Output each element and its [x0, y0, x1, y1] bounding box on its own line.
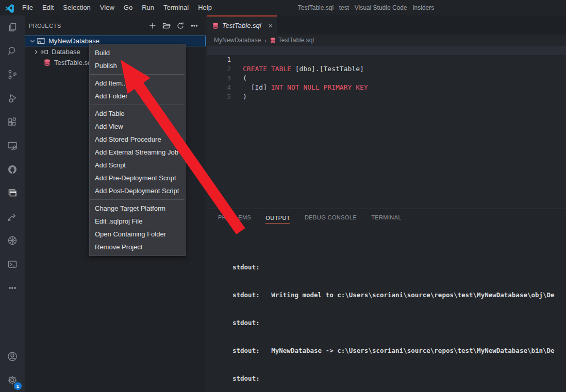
run-debug-icon[interactable] [0, 87, 25, 110]
menu-item-add-post-deployment-script[interactable]: Add Post-Deployment Script [90, 184, 185, 197]
close-icon[interactable]: × [268, 21, 273, 30]
chevron-down-icon[interactable] [28, 38, 37, 45]
code-line: 3 [Id] INT NOT NULL PRIMARY KEY [207, 64, 566, 74]
tab-terminal[interactable]: TERMINAL [371, 214, 402, 224]
tree-item-label: Database [52, 48, 80, 56]
database-file-icon [270, 37, 276, 44]
activity-bar-spacer [0, 300, 25, 345]
code-line: 5 [207, 83, 566, 92]
editor-group: TestTable.sql × MyNewDatabase › TestTabl… [207, 15, 566, 392]
menu-item-remove-project[interactable]: Remove Project [90, 241, 185, 253]
output-line: stdout: [232, 374, 566, 383]
more-views-icon[interactable] [0, 276, 25, 300]
menu-item-publish[interactable]: Publish [90, 59, 185, 72]
vscode-insiders-logo-icon [5, 3, 14, 13]
breadcrumb-file-label: TestTable.sql [278, 37, 314, 44]
window-title: TestTable.sql - test - Visual Studio Cod… [217, 0, 515, 15]
sidebar-actions [148, 22, 198, 30]
title-bar: File Edit Selection View Go Run Terminal… [0, 0, 566, 15]
share-icon[interactable] [0, 205, 25, 229]
breadcrumb: MyNewDatabase › TestTable.sql [207, 35, 566, 46]
project-context-menu: Build Publish Add Item... Add Folder Add… [89, 44, 186, 256]
menu-bar: File Edit Selection View Go Run Terminal… [18, 0, 217, 15]
references-icon [40, 48, 48, 56]
settings-gear-icon[interactable]: 1 [0, 368, 25, 392]
database-file-icon [212, 22, 219, 29]
output-line: stdout: [232, 263, 566, 272]
menu-item-build[interactable]: Build [90, 46, 185, 59]
tab-debug-console[interactable]: DEBUG CONSOLE [305, 214, 357, 224]
kubernetes-icon[interactable] [0, 229, 25, 252]
more-actions-icon[interactable] [190, 22, 198, 30]
menu-item-edit-sqlproj-file[interactable]: Edit .sqlproj File [90, 215, 185, 228]
settings-badge: 1 [14, 382, 22, 390]
sidebar-title: PROJECTS [29, 23, 148, 29]
sidebar-header: PROJECTS [25, 15, 206, 36]
menu-go[interactable]: Go [119, 0, 137, 15]
breadcrumb-file[interactable]: TestTable.sql [270, 37, 314, 44]
output-partial-line: stdout: [232, 242, 566, 244]
line-number: 5 [207, 92, 231, 101]
menu-item-add-item[interactable]: Add Item... [90, 77, 185, 90]
menu-help[interactable]: Help [193, 0, 217, 15]
vscode-window: File Edit Selection View Go Run Terminal… [0, 0, 566, 392]
chevron-right-icon[interactable] [32, 48, 40, 56]
menu-item-add-pre-deployment-script[interactable]: Add Pre-Deployment Script [90, 172, 185, 184]
output-console[interactable]: stdout: stdout: stdout: Writing model to… [207, 224, 566, 392]
tree-item-label: TestTable.sql [54, 59, 93, 66]
bottom-panel: PROBLEMS OUTPUT DEBUG CONSOLE TERMINAL s… [207, 209, 566, 392]
output-line: stdout: MyNewDatabase -> c:\Users\scoria… [232, 346, 566, 355]
menu-item-add-script[interactable]: Add Script [90, 159, 185, 172]
output-line: stdout: Writing model to c:\Users\scoria… [232, 291, 566, 300]
menu-terminal[interactable]: Terminal [159, 0, 193, 15]
github-icon[interactable] [0, 158, 25, 181]
source-control-icon[interactable] [0, 63, 25, 87]
menu-view[interactable]: View [95, 0, 119, 15]
panel-header: PROBLEMS OUTPUT DEBUG CONSOLE TERMINAL [207, 209, 566, 224]
menu-item-change-target-platform[interactable]: Change Target Platform [90, 202, 185, 215]
tab-label: TestTable.sql [222, 22, 266, 29]
code-line: 2 ( [207, 55, 566, 64]
menu-item-add-folder[interactable]: Add Folder [90, 90, 185, 103]
menu-separator [90, 199, 185, 200]
menu-item-open-containing-folder[interactable]: Open Containing Folder [90, 228, 185, 241]
refresh-icon[interactable] [176, 22, 185, 30]
explorer-icon[interactable] [0, 15, 25, 39]
tab-bar: TestTable.sql × [207, 15, 566, 35]
menu-file[interactable]: File [18, 0, 38, 15]
powershell-icon[interactable] [0, 252, 25, 276]
tab-output[interactable]: OUTPUT [265, 215, 290, 224]
menu-edit[interactable]: Edit [38, 0, 58, 15]
extensions-icon[interactable] [0, 110, 25, 134]
menu-item-add-stored-procedure[interactable]: Add Stored Procedure [90, 133, 185, 146]
search-icon[interactable] [0, 39, 25, 63]
menu-separator [90, 105, 185, 105]
tab-testtable-sql[interactable]: TestTable.sql × [207, 15, 277, 35]
account-icon[interactable] [0, 345, 25, 368]
code-editor[interactable]: 1 CREATE TABLE [dbo].[TestTable] 2 ( 3 [… [207, 46, 566, 209]
database-project-icon [37, 37, 45, 45]
remote-explorer-icon[interactable] [0, 134, 25, 158]
menu-item-add-view[interactable]: Add View [90, 120, 185, 133]
database-file-icon [43, 59, 51, 66]
menu-item-add-external-streaming-job[interactable]: Add External Streaming Job [90, 146, 185, 159]
output-line: stdout: [232, 318, 566, 328]
breadcrumb-separator: › [264, 37, 266, 44]
menu-run[interactable]: Run [137, 0, 159, 15]
code-line: 1 CREATE TABLE [dbo].[TestTable] [207, 46, 566, 55]
breadcrumb-project[interactable]: MyNewDatabase [214, 37, 261, 44]
database-projects-icon[interactable] [0, 181, 25, 205]
menu-selection[interactable]: Selection [58, 0, 95, 15]
menu-item-add-table[interactable]: Add Table [90, 107, 185, 120]
tab-problems[interactable]: PROBLEMS [218, 214, 251, 224]
add-project-icon[interactable] [148, 22, 157, 30]
menu-separator [90, 74, 185, 75]
activity-bar: 1 [0, 15, 25, 392]
open-project-icon[interactable] [162, 22, 171, 30]
code-line: 4 ) [207, 74, 566, 83]
